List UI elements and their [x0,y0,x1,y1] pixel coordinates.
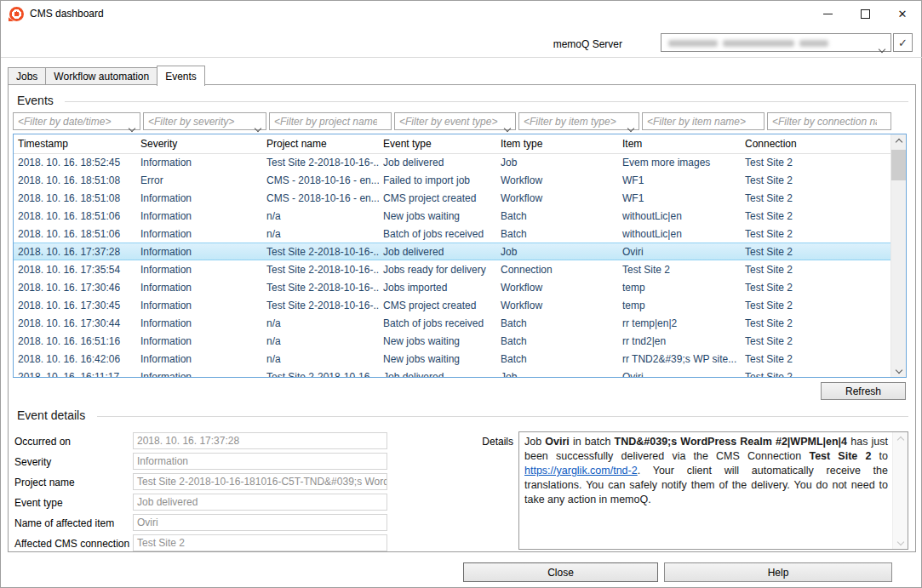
cell: Test Site 2 [618,260,741,278]
chevron-down-icon[interactable] [505,119,510,134]
filter-6 [642,112,765,130]
field-value-severity[interactable]: Information [133,453,387,470]
cell: Evem more images [618,153,741,171]
filter-input-7[interactable] [768,113,891,129]
close-button[interactable]: Close [463,562,658,582]
column-header-severity[interactable]: Severity [136,134,262,153]
details-link[interactable]: https://yarglik.com/tnd-2 [524,465,638,477]
field-value-affected-cms-connection[interactable]: Test Site 2 [133,534,387,551]
cell: Test Site 2 [741,153,891,171]
server-combobox[interactable] [661,33,891,52]
window-title: CMS dashboard [30,8,104,20]
details-box[interactable]: Job Oviri in batch TND&#039;s WordPress … [518,431,908,550]
column-header-connection[interactable]: Connection [741,134,891,153]
chevron-down-icon[interactable] [879,40,885,55]
scroll-down-icon[interactable] [891,363,906,377]
scroll-up-icon[interactable] [891,134,906,149]
column-header-timestamp[interactable]: Timestamp [14,134,136,153]
table-row[interactable]: 2018. 10. 16. 16:42:06Informationn/aNew … [14,350,891,368]
filter-input-2[interactable] [144,113,266,129]
filter-input-5[interactable] [519,113,639,129]
filter-input-6[interactable] [643,113,764,129]
column-header-event-type[interactable]: Event type [379,134,496,153]
refresh-button[interactable]: Refresh [821,382,906,400]
table-row[interactable]: 2018. 10. 16. 17:30:45InformationTest Si… [14,296,891,314]
table-row[interactable]: 2018. 10. 16. 16:51:16Informationn/aNew … [14,332,891,350]
cell: temp [618,278,741,296]
table-row[interactable]: 2018. 10. 16. 17:30:44Informationn/aBatc… [14,314,891,332]
cell: Information [136,368,262,377]
field-value-event-type[interactable]: Job delivered [133,494,387,511]
chevron-down-icon[interactable] [129,119,135,134]
table-row-selected[interactable]: 2018. 10. 16. 17:37:28InformationTest Si… [14,243,891,260]
table-row[interactable]: 2018. 10. 16. 18:51:06Informationn/aBatc… [14,225,891,243]
column-header-project-name[interactable]: Project name [262,134,379,153]
events-group-line [65,101,908,102]
column-header-item[interactable]: Item [618,134,741,153]
table-row[interactable]: 2018. 10. 16. 16:11:17InformationTest Si… [14,368,891,377]
details-bold-text: TND&#039;s WordPress Realm #2|WPML|en|4 [615,436,848,448]
field-label-project-name: Project name [14,477,75,488]
cell: Oviri [618,368,741,377]
close-window-button[interactable]: ✕ [884,1,921,26]
titlebar: CMS dashboard ✕ [1,1,921,26]
cell: WF1 [618,171,741,189]
chevron-down-icon[interactable] [255,119,261,134]
field-label-occurred-on: Occurred on [14,436,71,448]
table-row[interactable]: 2018. 10. 16. 18:51:08InformationCMS - 2… [14,189,891,207]
filter-row [13,112,891,130]
cell: Jobs ready for delivery [379,260,496,278]
cell: Workflow [496,296,618,314]
filter-5 [518,112,639,130]
cell: Failed to import job [379,171,496,189]
cell: New jobs waiting [379,332,496,350]
tab-events[interactable]: Events [157,66,205,86]
scrollbar-thumb[interactable] [891,150,906,180]
cell: Information [136,350,262,368]
table-row[interactable]: 2018. 10. 16. 17:35:54InformationTest Si… [14,260,891,278]
cms-dashboard-window: CMS dashboard ✕ memoQ Server ✓ JobsWorkf… [0,0,922,588]
tab-jobs[interactable]: Jobs [8,67,45,85]
cell: n/a [262,314,379,332]
cell: 2018. 10. 16. 17:30:46 [14,278,136,296]
cell: Workflow [496,171,618,189]
help-button[interactable]: Help [664,562,892,582]
cell: Batch [496,207,618,225]
cell: Test Site 2 [741,296,891,314]
cell: Batch of jobs received [379,225,496,243]
scroll-up-icon[interactable] [893,432,908,447]
maximize-button[interactable] [846,1,884,26]
cell: Information [136,207,262,225]
table-row[interactable]: 2018. 10. 16. 18:51:06Informationn/aNew … [14,207,891,225]
server-combobox-value-redacted [668,40,828,47]
filter-input-4[interactable] [395,113,515,129]
table-row[interactable]: 2018. 10. 16. 18:51:08ErrorCMS - 2018-10… [14,171,891,189]
filter-input-1[interactable] [14,113,140,129]
filter-7 [767,112,891,130]
filter-input-3[interactable] [270,113,391,129]
tab-workflow-automation[interactable]: Workflow automation [45,67,157,85]
cell: Connection [496,260,618,278]
cell: Batch [496,225,618,243]
table-row[interactable]: 2018. 10. 16. 17:30:46InformationTest Si… [14,278,891,296]
cell: Test Site 2 [741,171,891,189]
cell: rr temp|en|2 [618,314,741,332]
server-confirm-button[interactable]: ✓ [893,33,913,52]
minimize-button[interactable] [809,1,846,26]
scroll-down-icon[interactable] [893,534,908,549]
field-value-occurred-on[interactable]: 2018. 10. 16. 17:37:28 [133,432,387,449]
chevron-down-icon[interactable] [628,119,633,134]
details-scrollbar[interactable] [892,432,908,549]
cell: Test Site 2-2018-10-16-... [262,368,379,377]
field-value-project-name[interactable]: Test Site 2-2018-10-16-181016-C5T-TND&#0… [133,473,387,490]
cell: Batch [496,350,618,368]
cell: Test Site 2-2018-10-16-... [262,278,379,296]
column-header-item-type[interactable]: Item type [496,134,618,153]
events-table-scrollbar[interactable] [891,134,906,377]
cell: n/a [262,225,379,243]
field-value-name-of-affected-item[interactable]: Oviri [133,514,387,531]
cell: Test Site 2 [741,368,891,377]
cell: New jobs waiting [379,207,496,225]
memoq-logo-icon [9,7,24,21]
table-row[interactable]: 2018. 10. 16. 18:52:45InformationTest Si… [14,153,891,171]
